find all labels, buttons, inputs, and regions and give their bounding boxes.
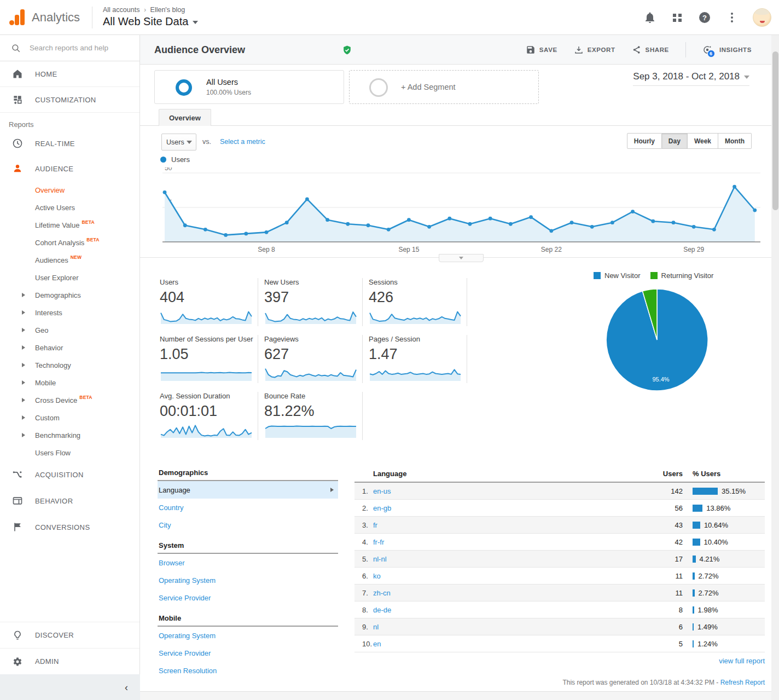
metric-dropdown-value: Users <box>166 138 184 146</box>
row-language-link[interactable]: de-de <box>373 606 644 614</box>
scorecard-new-users[interactable]: New Users 397 <box>264 278 362 325</box>
collapse-chart-button[interactable] <box>439 254 484 262</box>
row-language-link[interactable]: ko <box>373 572 644 580</box>
add-segment-button[interactable]: + Add Segment <box>349 70 539 104</box>
breakdown-item-mobile-os[interactable]: Operating System <box>158 627 338 644</box>
row-rank: 10. <box>354 640 373 648</box>
row-language-link[interactable]: nl <box>373 623 644 631</box>
row-language-link[interactable]: en-us <box>373 487 644 495</box>
date-range-selector[interactable]: Sep 3, 2018 - Oct 2, 2018 <box>633 71 749 86</box>
insights-button[interactable]: 6 INSIGHTS <box>702 45 752 55</box>
sidebar-item-label: Technology <box>35 361 71 369</box>
scorecard-bounce-rate[interactable]: Bounce Rate 81.22% <box>264 392 362 438</box>
breakdown-item-service-provider[interactable]: Service Provider <box>158 589 338 606</box>
sidebar-item-audiences[interactable]: AudiencesNEW <box>0 251 139 269</box>
row-language-link[interactable]: zh-cn <box>373 589 644 597</box>
sidebar-item-discover[interactable]: DISCOVER <box>0 622 139 648</box>
granularity-day-button[interactable]: Day <box>662 133 688 149</box>
share-button[interactable]: SHARE <box>632 45 669 55</box>
breadcrumb-root[interactable]: All accounts <box>103 6 139 14</box>
sparkline <box>160 422 253 438</box>
breadcrumb[interactable]: All accounts › Ellen's blog <box>103 6 185 14</box>
breakdown-item-language[interactable]: Language <box>158 481 338 499</box>
breakdown-item-mobile-service-provider[interactable]: Service Provider <box>158 644 338 662</box>
scorecard-pages-session[interactable]: Pages / Session 1.47 <box>369 335 466 381</box>
help-icon[interactable]: ? <box>698 11 711 24</box>
sidebar-item-customization[interactable]: CUSTOMIZATION <box>0 87 139 112</box>
more-vert-icon[interactable] <box>725 11 739 24</box>
row-language-link[interactable]: fr-fr <box>373 538 644 546</box>
granularity-week-button[interactable]: Week <box>688 133 718 149</box>
sidebar-item-audience[interactable]: AUDIENCE <box>0 156 139 181</box>
row-language-link[interactable]: en <box>373 640 644 648</box>
sidebar-item-active-users[interactable]: Active Users <box>0 199 139 216</box>
row-language-link[interactable]: nl-nl <box>373 555 644 563</box>
breakdown-item-browser[interactable]: Browser <box>158 554 338 571</box>
row-language-link[interactable]: en-gb <box>373 504 644 512</box>
row-language-link[interactable]: fr <box>373 521 644 529</box>
sidebar-item-cross-device[interactable]: Cross DeviceBETA <box>0 391 139 409</box>
row-users: 42 <box>644 538 683 546</box>
table-row: 9.nl61.49% <box>354 618 765 635</box>
breakdown-item-screen-resolution[interactable]: Screen Resolution <box>158 662 338 679</box>
scorecard-users[interactable]: Users 404 <box>160 278 257 325</box>
sidebar-item-lifetime-value[interactable]: Lifetime ValueBETA <box>0 216 139 234</box>
row-rank: 6. <box>354 572 373 580</box>
expand-arrow-icon <box>22 380 25 385</box>
segment-donut-icon <box>176 79 192 96</box>
sidebar-item-realtime[interactable]: REAL-TIME <box>0 131 139 156</box>
export-button[interactable]: EXPORT <box>574 45 615 55</box>
sidebar-item-interests[interactable]: Interests <box>0 304 139 321</box>
breakdown-item-country[interactable]: Country <box>158 499 338 516</box>
save-button[interactable]: SAVE <box>526 45 557 55</box>
sidebar-item-demographics[interactable]: Demographics <box>0 286 139 304</box>
scrollbar-thumb[interactable] <box>772 51 778 210</box>
legend-returning-visitor: Returning Visitor <box>650 271 714 280</box>
granularity-hourly-button[interactable]: Hourly <box>627 133 662 149</box>
breakdown-item-operating-system[interactable]: Operating System <box>158 571 338 589</box>
scorecard-label: Avg. Session Duration <box>160 392 257 400</box>
scrollbar[interactable] <box>771 35 779 700</box>
sidebar-item-geo[interactable]: Geo <box>0 321 139 339</box>
avatar[interactable] <box>753 8 771 27</box>
scorecard-label: Bounce Rate <box>264 392 362 400</box>
apps-grid-icon[interactable] <box>671 11 684 24</box>
sidebar-item-overview[interactable]: Overview <box>0 181 139 199</box>
search-input[interactable] <box>30 44 123 52</box>
granularity-month-button[interactable]: Month <box>718 133 752 149</box>
sidebar-item-behavior[interactable]: Behavior <box>0 339 139 356</box>
sidebar-item-admin[interactable]: ADMIN <box>0 648 139 674</box>
users-line-chart[interactable]: 2550Sep 8Sep 15Sep 22Sep 29 <box>162 167 760 254</box>
sidebar-item-benchmarking[interactable]: Benchmarking <box>0 426 139 444</box>
view-full-report-link[interactable]: view full report <box>719 657 765 665</box>
sidebar-item-label: CONVERSIONS <box>35 523 90 531</box>
tab-overview[interactable]: Overview <box>159 109 211 126</box>
metric-dropdown[interactable]: Users <box>161 134 196 151</box>
notifications-icon[interactable] <box>643 11 656 24</box>
sidebar-item-custom[interactable]: Custom <box>0 409 139 426</box>
segment-all-users[interactable]: All Users 100.00% Users <box>154 70 344 104</box>
sidebar-item-technology[interactable]: Technology <box>0 356 139 374</box>
scorecard-sessions-per-user[interactable]: Number of Sessions per User 1.05 <box>160 335 257 381</box>
collapse-sidebar-icon[interactable]: ‹ <box>125 682 128 693</box>
breadcrumb-child[interactable]: Ellen's blog <box>150 6 185 14</box>
refresh-report-link[interactable]: Refresh Report <box>720 679 765 686</box>
sidebar-item-users-flow[interactable]: Users Flow <box>0 444 139 461</box>
bottom-strip <box>140 691 771 700</box>
visitor-type-pie-chart[interactable]: 95.4% <box>602 285 712 395</box>
sidebar-item-conversions[interactable]: CONVERSIONS <box>0 514 139 540</box>
sidebar-item-home[interactable]: HOME <box>0 61 139 86</box>
scorecard-label: Pageviews <box>264 335 362 343</box>
sidebar-item-behavior-section[interactable]: BEHAVIOR <box>0 488 139 514</box>
sidebar-search[interactable] <box>0 35 139 61</box>
scorecard-avg-session-duration[interactable]: Avg. Session Duration 00:01:01 <box>160 392 257 438</box>
sidebar-item-user-explorer[interactable]: User Explorer <box>0 269 139 286</box>
select-metric-link[interactable]: Select a metric <box>220 138 265 146</box>
sidebar-item-cohort-analysis[interactable]: Cohort AnalysisBETA <box>0 234 139 251</box>
scorecard-sessions[interactable]: Sessions 426 <box>369 278 466 325</box>
scorecard-pageviews[interactable]: Pageviews 627 <box>264 335 362 381</box>
breakdown-item-city[interactable]: City <box>158 516 338 534</box>
property-selector[interactable]: All Web Site Data <box>103 15 198 28</box>
sidebar-item-mobile[interactable]: Mobile <box>0 374 139 391</box>
sidebar-item-acquisition[interactable]: ACQUISITION <box>0 461 139 488</box>
